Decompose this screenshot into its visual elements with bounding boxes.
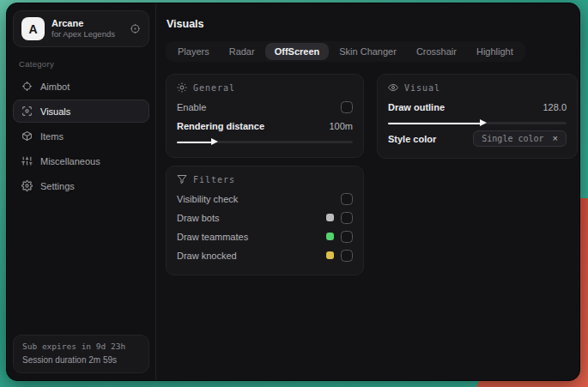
enable-checkbox[interactable] (341, 101, 353, 113)
sidebar-item-label: Aimbot (40, 82, 70, 92)
sidebar-item-settings[interactable]: Settings (13, 174, 149, 197)
sidebar-item-label: Settings (40, 181, 75, 191)
draw-bots-color-swatch[interactable] (326, 214, 334, 221)
app-subtitle: for Apex Legends (52, 29, 123, 39)
panel-title: General (193, 83, 235, 93)
rendering-distance-row: Rendering distance 100m (177, 117, 353, 135)
sidebar-item-aimbot[interactable]: Aimbot (13, 75, 149, 98)
style-color-label: Style color (388, 134, 436, 144)
enable-row: Enable (177, 98, 353, 116)
draw-outline-value: 128.0 (543, 102, 567, 112)
enable-label: Enable (177, 102, 206, 112)
tab-skin-changer[interactable]: Skin Changer (330, 43, 406, 60)
app-logo: A (21, 17, 45, 40)
eye-scan-icon (21, 106, 33, 117)
draw-bots-checkbox[interactable] (341, 212, 353, 224)
box-icon (21, 130, 33, 142)
subscription-card: Sub expires in 9d 23h Session duration 2… (13, 335, 149, 373)
style-color-select[interactable]: Single color × (473, 130, 567, 147)
sliders-icon (21, 155, 33, 166)
draw-knocked-label: Draw knocked (177, 251, 237, 261)
draw-teammates-color-swatch[interactable] (326, 233, 334, 240)
rendering-distance-value: 100m (329, 121, 353, 131)
tab-crosshair[interactable]: Crosshair (407, 43, 466, 60)
tab-highlight[interactable]: Highlight (467, 43, 523, 60)
draw-teammates-row: Draw teammates (177, 227, 353, 245)
sun-icon (177, 82, 187, 93)
sidebar: A Arcane for Apex Legends Category (7, 3, 156, 380)
visibility-check-row: Visibility check (177, 190, 353, 208)
panel-title: Filters (193, 175, 235, 184)
rendering-distance-label: Rendering distance (177, 121, 264, 131)
gear-icon (21, 180, 33, 191)
draw-bots-row: Draw bots (177, 209, 353, 227)
funnel-icon (177, 174, 187, 184)
draw-teammates-label: Draw teammates (177, 232, 248, 242)
style-color-row: Style color Single color × (388, 130, 567, 148)
session-duration-text: Session duration 2m 59s (22, 354, 140, 367)
sidebar-nav: Aimbot Visuals Items (13, 75, 149, 197)
draw-outline-row: Draw outline 128.0 (388, 98, 567, 116)
style-color-value: Single color (482, 134, 543, 143)
rendering-distance-slider[interactable] (177, 141, 353, 143)
close-icon[interactable]: × (553, 134, 558, 143)
app-window: A Arcane for Apex Legends Category (6, 3, 580, 381)
tab-offscreen[interactable]: OffScreen (265, 43, 330, 60)
draw-knocked-color-swatch[interactable] (326, 251, 334, 259)
draw-outline-slider[interactable] (388, 122, 567, 124)
draw-knocked-checkbox[interactable] (341, 250, 353, 262)
filters-panel: Filters Visibility check Draw bots (166, 166, 364, 275)
draw-knocked-row: Draw knocked (177, 246, 353, 264)
visibility-check-label: Visibility check (177, 194, 238, 204)
tab-players[interactable]: Players (168, 43, 219, 60)
slider-thumb[interactable] (211, 138, 218, 145)
sidebar-item-items[interactable]: Items (13, 124, 149, 148)
tab-bar: Players Radar OffScreen Skin Changer Cro… (166, 41, 525, 62)
app-title: Arcane (52, 18, 123, 30)
main-content: Visuals Players Radar OffScreen Skin Cha… (156, 3, 580, 380)
draw-bots-label: Draw bots (177, 213, 220, 223)
crosshair-icon (21, 81, 33, 92)
app-header-card: A Arcane for Apex Legends (13, 10, 149, 47)
panel-title: Visual (404, 83, 440, 93)
general-panel: General Enable Rendering distance 100m (166, 74, 364, 158)
sidebar-item-label: Items (40, 131, 64, 142)
slider-thumb[interactable] (480, 119, 487, 126)
sub-expires-text: Sub expires in 9d 23h (22, 341, 140, 354)
sidebar-item-visuals[interactable]: Visuals (13, 100, 149, 123)
draw-teammates-checkbox[interactable] (341, 231, 353, 243)
visual-panel: Visual Draw outline 128.0 Style color (377, 74, 578, 159)
draw-outline-label: Draw outline (388, 102, 445, 112)
visibility-check-checkbox[interactable] (341, 193, 353, 205)
eye-icon (388, 82, 398, 93)
category-label: Category (19, 59, 149, 69)
page-title: Visuals (167, 18, 578, 30)
focus-target-icon[interactable] (130, 23, 141, 34)
sidebar-item-label: Miscellaneous (40, 156, 100, 166)
sidebar-item-label: Visuals (40, 106, 70, 117)
tab-radar[interactable]: Radar (220, 43, 264, 60)
sidebar-item-miscellaneous[interactable]: Miscellaneous (13, 149, 149, 172)
